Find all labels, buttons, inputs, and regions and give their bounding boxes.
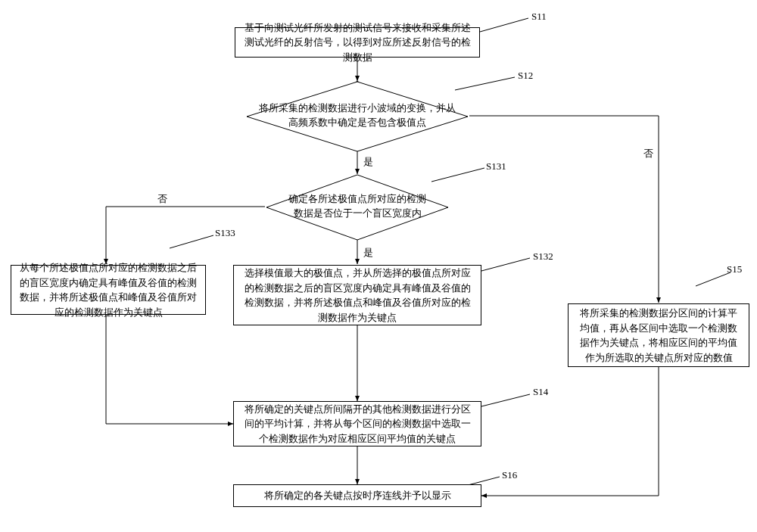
node-text: 基于向测试光纤所发射的测试信号来接收和采集所述测试光纤的反射信号，以得到对应所述… [243, 20, 472, 65]
node-s14: 将所确定的关键点所间隔开的其他检测数据进行分区间的平均计算，并将从每个区间的检测… [233, 401, 481, 446]
node-s132: 选择模值最大的极值点，并从所选择的极值点所对应的检测数据之后的盲区宽度内确定具有… [233, 265, 481, 325]
node-s16: 将所确定的各关键点按时序连线并予以显示 [233, 484, 481, 507]
node-s15: 将所采集的检测数据分区间的计算平均值，再从各区间中选取一个检测数据作为关键点，将… [568, 303, 749, 367]
node-text: 将所确定的各关键点按时序连线并予以显示 [264, 488, 451, 503]
svg-marker-6 [266, 175, 448, 240]
svg-marker-5 [247, 82, 468, 151]
node-s12-diamond [245, 80, 469, 153]
node-text: 将所采集的检测数据分区间的计算平均值，再从各区间中选取一个检测数据作为关键点，将… [576, 306, 741, 365]
node-s131-diamond [265, 173, 450, 241]
label-s15: S15 [727, 263, 742, 275]
label-s12: S12 [518, 70, 533, 82]
node-s11: 基于向测试光纤所发射的测试信号来接收和采集所述测试光纤的反射信号，以得到对应所述… [235, 27, 480, 58]
edge-no-s131: 否 [157, 192, 167, 206]
edge-yes-s12: 是 [363, 155, 373, 169]
node-text: 从每个所述极值点所对应的检测数据之后的盲区宽度内确定具有峰值及谷值的检测数据，并… [19, 260, 198, 319]
label-s132: S132 [533, 250, 553, 263]
edge-no-s12: 否 [643, 147, 653, 160]
label-s133: S133 [215, 227, 235, 239]
node-s133: 从每个所述极值点所对应的检测数据之后的盲区宽度内确定具有峰值及谷值的检测数据，并… [11, 265, 206, 315]
label-s16: S16 [502, 469, 517, 481]
node-text: 选择模值最大的极值点，并从所选择的极值点所对应的检测数据之后的盲区宽度内确定具有… [241, 266, 473, 325]
edge-yes-s131: 是 [363, 246, 373, 260]
label-s131: S131 [486, 160, 506, 173]
node-text: 将所确定的关键点所间隔开的其他检测数据进行分区间的平均计算，并将从每个区间的检测… [241, 402, 473, 446]
label-s11: S11 [531, 11, 547, 23]
label-s14: S14 [533, 386, 548, 398]
